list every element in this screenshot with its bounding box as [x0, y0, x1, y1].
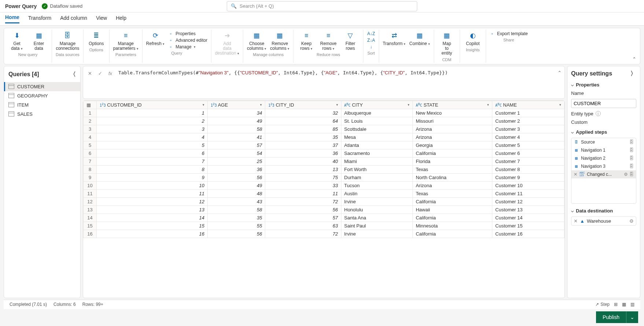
cancel-formula-icon[interactable]: ✕ — [86, 70, 93, 77]
step-link-icon[interactable]: 🗄 — [629, 164, 634, 169]
collapse-queries-icon[interactable]: 〈 — [70, 71, 76, 78]
sort-icon[interactable]: ↓ — [370, 44, 372, 49]
publish-dropdown[interactable]: ⌄ — [626, 311, 638, 323]
cell[interactable]: 57 — [208, 141, 265, 149]
cell[interactable]: Tucson — [341, 181, 412, 189]
cell[interactable]: 75 — [265, 173, 341, 181]
table-row[interactable]: 665436SacramentoCaliforniaCustomer 6 — [84, 149, 565, 157]
tab-transform[interactable]: Transform — [28, 15, 51, 23]
column-filter-icon[interactable]: ▾ — [203, 103, 204, 107]
cell[interactable]: 3 — [97, 125, 208, 133]
cell[interactable]: Missouri — [412, 117, 492, 125]
cell[interactable]: California — [412, 214, 492, 222]
properties-section[interactable]: Properties — [571, 82, 636, 88]
cell[interactable]: Hawaii — [412, 205, 492, 214]
table-row[interactable]: 15155563Saint PaulMinnesotaCustomer 15 — [84, 222, 565, 230]
cell[interactable]: Customer 6 — [492, 149, 565, 157]
cell[interactable]: California — [412, 197, 492, 205]
options-button[interactable]: ≣Options — [87, 31, 106, 46]
cell[interactable]: 36 — [265, 149, 341, 157]
keep-rows-button[interactable]: ≡Keeprows ▾ — [297, 31, 315, 51]
corner-cell[interactable]: ▦ — [84, 101, 97, 109]
cell[interactable]: Customer 5 — [492, 141, 565, 149]
tab-help[interactable]: Help — [116, 15, 126, 23]
table-row[interactable]: 224964St. LouisMissouriCustomer 2 — [84, 117, 565, 125]
cell[interactable]: Arizona — [412, 125, 492, 133]
cell[interactable]: Customer 14 — [492, 214, 565, 222]
cell[interactable]: Customer 15 — [492, 222, 565, 230]
properties-button[interactable]: ▫Properties — [168, 31, 207, 36]
cell[interactable]: Atlanta — [341, 141, 412, 149]
cell[interactable]: Honolulu — [341, 205, 412, 214]
applied-step[interactable]: ✕ABC123Changed c...⚙🗄 — [571, 170, 636, 178]
cell[interactable]: 11 — [97, 189, 208, 197]
cell[interactable]: Customer 8 — [492, 165, 565, 173]
step-link-icon[interactable]: 🗄 — [629, 172, 634, 177]
column-filter-icon[interactable]: ▾ — [336, 103, 338, 107]
column-header-state[interactable]: ABC STATE▾ — [412, 101, 492, 109]
cell[interactable]: Sacramento — [341, 149, 412, 157]
column-filter-icon[interactable]: ▾ — [487, 103, 489, 107]
table-row[interactable]: 335885ScottsdaleArizonaCustomer 3 — [84, 125, 565, 133]
transform-button[interactable]: ⇄Transform ▾ — [383, 31, 406, 46]
column-filter-icon[interactable]: ▾ — [559, 103, 561, 107]
cell[interactable]: Customer 3 — [492, 125, 565, 133]
cell[interactable]: 35 — [265, 133, 341, 141]
cell[interactable]: Florida — [412, 157, 492, 165]
cell[interactable]: Scottsdale — [341, 125, 412, 133]
export-template-button[interactable]: ▫Export template — [490, 31, 528, 36]
table-row[interactable]: 16165672IrvineCaliforniaCustomer 16 — [84, 230, 565, 238]
ribbon-collapse-icon[interactable]: ⌃ — [632, 56, 636, 62]
column-header-customer_id[interactable]: 123 CUSTOMER_ID▾ — [97, 101, 208, 109]
cell[interactable]: Santa Ana — [341, 214, 412, 222]
cell[interactable]: 72 — [265, 230, 341, 238]
cell[interactable]: Customer 9 — [492, 173, 565, 181]
cell[interactable]: 41 — [208, 133, 265, 141]
manage-parameters-button[interactable]: ≡Manageparameters ▾ — [113, 31, 138, 51]
cell[interactable]: 58 — [208, 205, 265, 214]
cell[interactable]: 49 — [208, 117, 265, 125]
table-row[interactable]: 772540MiamiFloridaCustomer 7 — [84, 157, 565, 165]
cell[interactable]: Customer 12 — [492, 197, 565, 205]
query-item-customer[interactable]: CUSTOMER — [4, 82, 80, 91]
cell[interactable]: Texas — [412, 189, 492, 197]
cell[interactable]: 15 — [97, 222, 208, 230]
cell[interactable]: Irvine — [341, 197, 412, 205]
cell[interactable]: Mesa — [341, 133, 412, 141]
cell[interactable]: Customer 10 — [492, 181, 565, 189]
sort-icon[interactable]: Z↓A — [367, 38, 375, 43]
publish-button[interactable]: Publish — [596, 311, 626, 323]
query-item-item[interactable]: ITEM — [4, 100, 80, 110]
cell[interactable]: Minnesota — [412, 222, 492, 230]
cell[interactable]: 35 — [208, 214, 265, 222]
cell[interactable]: Miami — [341, 157, 412, 165]
column-header-city[interactable]: ABC CITY▾ — [341, 101, 412, 109]
cell[interactable]: 32 — [265, 109, 341, 117]
table-row[interactable]: 995675DurhamNorth CarolinaCustomer 9 — [84, 173, 565, 181]
manage-connections-button[interactable]: 🗄Manageconnections — [56, 31, 79, 51]
tab-view[interactable]: View — [96, 15, 107, 23]
fx-icon[interactable]: fx — [107, 70, 114, 77]
grid-view-icon[interactable]: ▦ — [622, 302, 626, 307]
step-link-icon[interactable]: 🗄 — [629, 156, 634, 161]
info-icon[interactable]: i — [596, 111, 601, 116]
copilot-button[interactable]: ◐Copilot — [464, 31, 482, 46]
accept-formula-icon[interactable]: ✓ — [96, 70, 104, 77]
table-row[interactable]: 13135856HonoluluHawaiiCustomer 13 — [84, 205, 565, 214]
cell[interactable]: 4 — [97, 133, 208, 141]
cell[interactable]: 1 — [97, 109, 208, 117]
cell[interactable]: 13 — [265, 165, 341, 173]
cell[interactable]: St. Louis — [341, 117, 412, 125]
cell[interactable]: 33 — [265, 181, 341, 189]
column-filter-icon[interactable]: ▾ — [260, 103, 262, 107]
cell[interactable]: Customer 13 — [492, 205, 565, 214]
cell[interactable]: 7 — [97, 157, 208, 165]
applied-step[interactable]: ▦Navigation 2🗄 — [571, 154, 636, 162]
cell[interactable]: Texas — [412, 165, 492, 173]
cell[interactable]: Arizona — [412, 133, 492, 141]
cell[interactable]: 12 — [97, 197, 208, 205]
choose-columns-button[interactable]: ▦Choosecolumns ▾ — [247, 31, 266, 51]
search-input[interactable]: 🔍 Search (Alt + Q) — [227, 1, 417, 11]
cell[interactable]: 36 — [208, 165, 265, 173]
applied-step[interactable]: ▦Navigation 1🗄 — [571, 146, 636, 154]
